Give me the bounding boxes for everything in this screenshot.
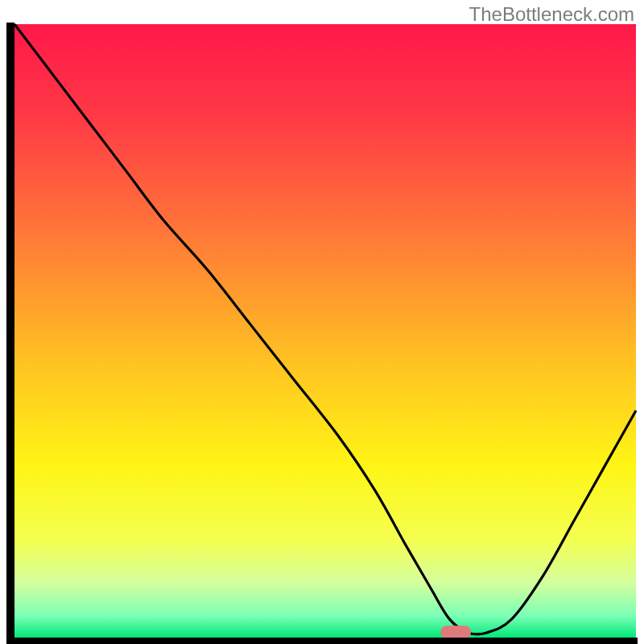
axis-left (6, 23, 14, 644)
chart-container: TheBottleneck.com (0, 0, 644, 644)
bottleneck-plot (0, 0, 644, 644)
optimal-marker (440, 625, 471, 638)
watermark-label: TheBottleneck.com (469, 3, 634, 26)
plot-background (14, 24, 636, 638)
axis-bottom (6, 638, 638, 644)
